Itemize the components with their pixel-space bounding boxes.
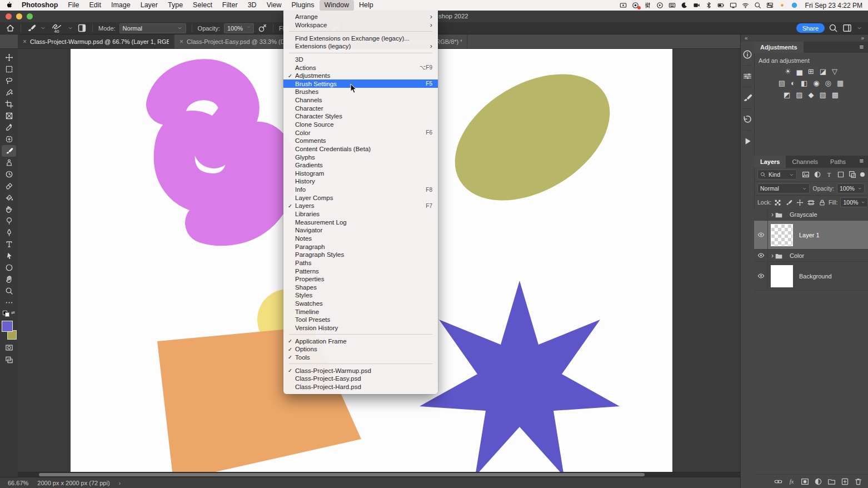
menubar-battery-icon[interactable] xyxy=(716,2,726,9)
menubar-item-view[interactable]: View xyxy=(262,0,287,11)
collapsed-panel-actions-icon[interactable] xyxy=(742,136,752,146)
gradient-map-adjustment-icon[interactable]: ▩ xyxy=(832,91,839,99)
panel-menu-icon[interactable]: ≡ xyxy=(855,42,868,53)
menu-item-options[interactable]: ✓Options xyxy=(283,345,438,353)
menu-item-layers[interactable]: ✓LayersF7 xyxy=(283,202,438,210)
menubar-spotlight-icon[interactable] xyxy=(753,2,763,9)
panel-menu-icon[interactable]: ≡ xyxy=(855,156,868,168)
filter-adjustment-circle-icon[interactable] xyxy=(814,171,821,178)
chevron-down-icon[interactable] xyxy=(856,25,862,31)
menu-item-gradients[interactable]: Gradients xyxy=(283,161,438,170)
default-colors-control[interactable]: ⇄ xyxy=(3,311,15,316)
menu-item-shapes[interactable]: Shapes xyxy=(283,283,438,292)
layer-row-layer-1[interactable]: Layer 1 xyxy=(754,221,868,250)
menubar-item-3d[interactable]: 3D xyxy=(243,0,262,11)
menu-item-paragraph[interactable]: Paragraph xyxy=(283,242,438,251)
search-icon[interactable] xyxy=(829,23,838,33)
menu-item-histogram[interactable]: Histogram xyxy=(283,170,438,178)
menu-item-paths[interactable]: Paths xyxy=(283,259,438,267)
hand-tool[interactable] xyxy=(2,273,16,285)
filter-smart-filter-icon[interactable] xyxy=(849,171,856,178)
menubar-item-window[interactable]: Window xyxy=(320,0,354,11)
path-selection-tool[interactable] xyxy=(2,250,16,262)
screen-mode-button[interactable] xyxy=(2,353,16,366)
curves-adjustment-icon[interactable]: ⊞ xyxy=(808,68,814,76)
swap-colors-icon[interactable]: ⇄ xyxy=(11,311,15,315)
filter-toggle-icon[interactable] xyxy=(860,172,865,177)
menubar-item-plugins[interactable]: Plugins xyxy=(287,0,320,11)
move-tool[interactable] xyxy=(2,52,16,63)
frame-tool[interactable] xyxy=(2,110,16,122)
edit-toolbar-tool[interactable] xyxy=(2,297,16,308)
menu-item-comments[interactable]: Comments xyxy=(283,137,438,145)
brush-tool[interactable] xyxy=(2,145,16,157)
menu-item-version-history[interactable]: Version History xyxy=(283,324,438,332)
filter-shape-filter-icon[interactable] xyxy=(837,171,845,178)
ellipse-tool[interactable] xyxy=(2,262,16,273)
menu-item-workspace[interactable]: Workspace› xyxy=(283,21,438,29)
black-white-adjustment-icon[interactable]: ◧ xyxy=(801,79,807,87)
home-icon[interactable] xyxy=(6,23,15,33)
new-layer-button-icon[interactable] xyxy=(841,477,849,486)
visibility-toggle[interactable] xyxy=(754,208,768,220)
fx-button-icon[interactable]: fx xyxy=(787,477,796,486)
type-tool[interactable] xyxy=(2,238,16,250)
exposure-adjustment-icon[interactable]: ◪ xyxy=(820,68,826,76)
document-tab-1[interactable]: ×Class-Project-Warmup.psd @ 66.7% (Layer… xyxy=(18,34,174,48)
collapsed-panel-info-icon[interactable] xyxy=(742,49,752,59)
eraser-tool[interactable] xyxy=(2,180,16,192)
menubar-item-file[interactable]: File xyxy=(63,0,84,11)
close-tab-icon[interactable]: × xyxy=(179,38,183,46)
collapsed-panel-properties-icon[interactable] xyxy=(742,71,752,81)
menubar-item-edit[interactable]: Edit xyxy=(84,0,106,11)
adjustment-circle-button-icon[interactable] xyxy=(814,477,822,486)
eyedropper-tool[interactable] xyxy=(2,122,16,133)
layer-thumbnail[interactable] xyxy=(771,224,793,246)
minimize-window-button[interactable] xyxy=(16,13,22,19)
menubar-browser-icon[interactable] xyxy=(631,2,641,9)
menubar-item-photoshop[interactable]: Photoshop xyxy=(17,0,63,11)
threshold-adjustment-icon[interactable]: ◆ xyxy=(809,91,814,99)
object-selection-tool[interactable] xyxy=(2,87,16,98)
visibility-toggle[interactable] xyxy=(754,250,768,261)
layer-thumbnail[interactable] xyxy=(771,265,793,287)
tab-channels[interactable]: Channels xyxy=(786,156,824,168)
menubar-bluetooth-icon[interactable] xyxy=(704,2,714,9)
selective-color-adjustment-icon[interactable]: ▧ xyxy=(820,91,826,99)
toggle-brush-settings-panel-icon[interactable] xyxy=(77,23,87,33)
clone-stamp-tool[interactable] xyxy=(2,157,16,168)
color-lookup-adjustment-icon[interactable]: ▦ xyxy=(837,79,844,87)
brightness-contrast-adjustment-icon[interactable]: ☀ xyxy=(785,68,791,76)
menu-item-extensions-legacy[interactable]: Extensions (legacy)› xyxy=(283,42,438,51)
mask-button-icon[interactable] xyxy=(801,477,809,486)
lock-lock-icon[interactable] xyxy=(819,199,826,206)
menu-item-layer-comps[interactable]: Layer Comps xyxy=(283,193,438,202)
collapsed-panel-brush-icon[interactable] xyxy=(742,93,752,103)
chevron-down-icon[interactable] xyxy=(67,25,73,31)
foreground-color-swatch[interactable] xyxy=(2,321,13,332)
menu-item-libraries[interactable]: Libraries xyxy=(283,210,438,218)
brush-tool-icon[interactable] xyxy=(27,23,36,33)
menu-item-actions[interactable]: Actions⌥F9 xyxy=(283,63,438,72)
menu-item-adjustments[interactable]: ✓Adjustments xyxy=(283,72,438,80)
dodge-tool[interactable] xyxy=(2,215,16,227)
lock-lock-transparency-icon[interactable] xyxy=(774,199,781,206)
tab-adjustments[interactable]: Adjustments xyxy=(754,42,804,53)
paint-bucket-tool[interactable] xyxy=(2,192,16,203)
menubar-control-center-icon[interactable] xyxy=(765,2,775,9)
menu-item-clone-source[interactable]: Clone Source xyxy=(283,121,438,129)
menubar-moon-icon[interactable] xyxy=(680,2,690,9)
apple-logo-icon[interactable] xyxy=(6,1,13,9)
posterize-adjustment-icon[interactable]: ▨ xyxy=(796,91,802,99)
collapsed-panel-history-icon[interactable] xyxy=(742,114,752,125)
blend-mode-select[interactable]: Normal xyxy=(119,23,186,33)
history-brush-tool[interactable] xyxy=(2,168,16,180)
menu-item-class-project-hard-psd[interactable]: Class-Project-Hard.psd xyxy=(283,383,438,391)
menu-item-class-project-warmup-psd[interactable]: ✓Class-Project-Warmup.psd xyxy=(283,366,438,375)
menu-item-brush-settings[interactable]: Brush SettingsF5 xyxy=(283,79,438,88)
menu-item-navigator[interactable]: Navigator xyxy=(283,226,438,235)
menubar-play-circle-icon[interactable] xyxy=(655,2,665,9)
spot-healing-brush-tool[interactable] xyxy=(2,133,16,145)
pressure-opacity-icon[interactable] xyxy=(258,23,267,33)
color-balance-adjustment-icon[interactable]: ◐ xyxy=(791,79,795,87)
